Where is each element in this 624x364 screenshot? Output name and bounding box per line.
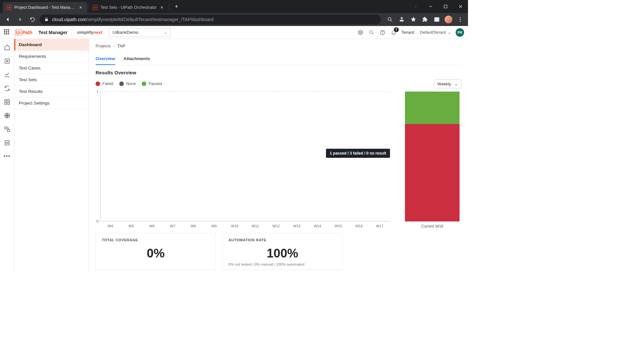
notifications-bell-icon[interactable]: 7 (390, 29, 397, 36)
svg-rect-0 (444, 5, 447, 8)
product-name: Test Manager (38, 30, 67, 35)
tab-separator (88, 3, 88, 10)
nav-reload-button[interactable] (27, 14, 38, 25)
sidebar-item-test-cases[interactable]: Test Cases (14, 62, 89, 74)
svg-rect-20 (5, 141, 9, 142)
legend-failed: Failed (96, 82, 113, 86)
user-avatar[interactable]: PR (456, 28, 464, 37)
zoom-icon[interactable] (385, 14, 395, 25)
chrome-menu-icon[interactable] (455, 14, 465, 25)
breadcrumb-root[interactable]: Projects (96, 44, 111, 48)
browser-tab-inactive[interactable]: Ui Test Sets - UiPath Orchestrator × (89, 2, 168, 13)
sidebar-item-dashboard[interactable]: Dashboard (14, 39, 89, 51)
notifications-badge: 7 (394, 27, 399, 32)
share-icon[interactable] (396, 14, 407, 25)
rail-more-icon[interactable]: ••• (4, 153, 10, 159)
icon-rail: ••• (0, 39, 14, 273)
chevron-down-icon: ⌄ (164, 30, 167, 35)
svg-rect-19 (7, 130, 9, 132)
x-tick: W8 (183, 221, 204, 228)
uipath-favicon-icon: Ui (6, 5, 12, 10)
nav-back-button[interactable] (3, 14, 13, 25)
uipath-favicon-icon: Ui (93, 5, 98, 10)
svg-point-1 (388, 18, 391, 20)
x-tick: W4 (100, 221, 121, 228)
breadcrumb: Projects › TAP (96, 44, 462, 48)
tab-title: Project Dashboard - Test Manager (14, 5, 75, 10)
segment-passed (405, 92, 460, 124)
y-tick-1: 1 (97, 90, 100, 94)
svg-rect-15 (7, 103, 9, 105)
rail-storage-icon[interactable] (4, 140, 10, 146)
card-value: 100% (228, 246, 336, 260)
window-close-icon[interactable] (453, 0, 468, 13)
new-tab-button[interactable]: + (172, 2, 181, 11)
bookmark-star-icon[interactable] (408, 14, 419, 25)
section-title: Results Overview (96, 70, 462, 75)
svg-point-7 (370, 31, 372, 33)
x-tick: W9 (204, 221, 225, 228)
dot-passed-icon (142, 82, 146, 86)
dot-none-icon (119, 82, 124, 86)
profile-avatar[interactable] (443, 14, 454, 25)
x-tick: W6 (141, 221, 162, 228)
x-tick: W15 (328, 221, 349, 228)
sidepanel-icon[interactable] (432, 14, 442, 25)
chevron-down-icon: ⌄ (454, 82, 458, 86)
app-launcher-icon[interactable] (4, 29, 10, 36)
lock-icon (44, 17, 49, 22)
sidebar-item-test-sets[interactable]: Test Sets (14, 74, 89, 86)
y-tick-0: 0 (97, 219, 100, 223)
browser-tab-active[interactable]: Ui Project Dashboard - Test Manager × (3, 2, 87, 13)
window-minimize-icon[interactable] (423, 0, 438, 13)
sidebar-item-requirements[interactable]: Requirements (14, 51, 89, 62)
x-tick: W13 (286, 221, 307, 228)
rail-target-icon[interactable] (4, 58, 10, 64)
current-week-chart: Current W18 (403, 92, 462, 229)
divider (72, 29, 72, 36)
settings-gear-icon[interactable] (357, 29, 364, 36)
x-axis: W4W5W6W7W8W9W10W11W12W13W14W15W16W17 (100, 221, 390, 228)
svg-rect-14 (5, 103, 6, 105)
tab-overview[interactable]: Overview (96, 54, 115, 65)
sidebar-item-project-settings[interactable]: Project Settings (14, 97, 89, 109)
rail-radar-icon[interactable] (4, 112, 10, 119)
current-week-label: Current W18 (421, 224, 443, 229)
x-tick: W11 (245, 221, 266, 228)
svg-rect-18 (5, 127, 7, 129)
x-tick: W7 (162, 221, 183, 228)
extensions-icon[interactable] (420, 14, 430, 25)
app-header: UiPath Test Manager simplifynext UiBankD… (0, 26, 468, 39)
tab-title: Test Sets - UiPath Orchestrator (100, 5, 157, 10)
segment-failed (405, 124, 460, 221)
help-icon[interactable] (379, 29, 386, 36)
rail-grid-icon[interactable] (4, 99, 10, 105)
search-icon[interactable] (368, 29, 375, 36)
rail-integrations-icon[interactable] (4, 126, 10, 132)
tenant-selector[interactable]: DefaultTenant⌄ (420, 30, 451, 35)
uipath-logo: UiPath (15, 30, 32, 35)
card-automation-rate: AUTOMATION RATE 100% 0% not tested | 0% … (222, 233, 343, 270)
svg-rect-10 (5, 59, 9, 63)
sidebar-item-test-results[interactable]: Test Results (14, 86, 89, 97)
window-maximize-icon[interactable] (438, 0, 453, 13)
legend-none: None (119, 82, 136, 86)
x-tick: W10 (224, 221, 245, 228)
nav-forward-button[interactable] (15, 14, 25, 25)
chevron-right-icon: › (113, 44, 115, 48)
rail-refresh-icon[interactable] (4, 85, 10, 92)
svg-rect-21 (5, 144, 9, 145)
chart-tooltip: 1 passed / 3 failed / 0 no result (326, 149, 390, 158)
project-selector[interactable]: UiBankDemo ⌄ (109, 28, 171, 37)
x-tick: W14 (307, 221, 328, 228)
tab-close-icon[interactable]: × (78, 5, 83, 10)
time-range-selector[interactable]: Weekly ⌄ (434, 79, 462, 88)
rail-home-icon[interactable] (4, 44, 10, 51)
tab-search-icon[interactable] (408, 0, 423, 13)
tab-close-icon[interactable]: × (159, 5, 164, 10)
rail-chart-icon[interactable] (4, 71, 10, 78)
address-bar[interactable]: cloud.uipath.com/simplifynextpteltd/Defa… (40, 15, 381, 24)
card-subtext: 0% not tested | 0% manual | 100% automat… (228, 262, 336, 266)
svg-rect-13 (7, 100, 9, 102)
tab-attachments[interactable]: Attachments (124, 54, 150, 65)
